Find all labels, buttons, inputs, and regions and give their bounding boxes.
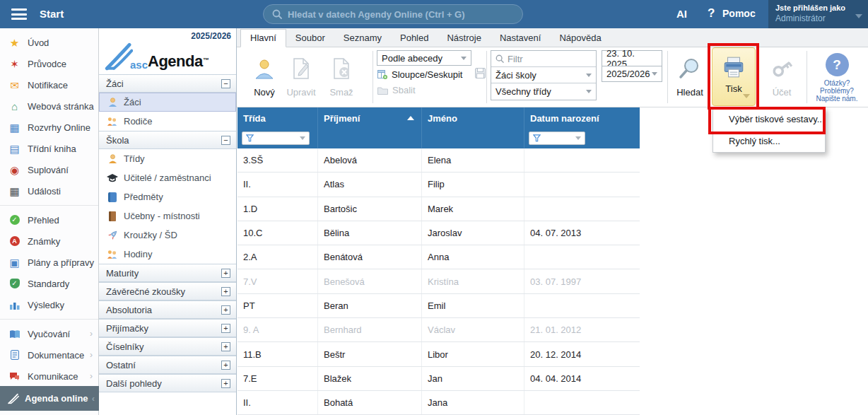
sidebar-item-webov-str-nka[interactable]: ⌂Webová stránka (0, 95, 98, 117)
delete-button-label: Smaž (326, 87, 357, 98)
sidebar-item-agenda-online[interactable]: Agenda online ‹ (0, 386, 99, 411)
tab-hlavn-[interactable]: Hlavní (240, 29, 286, 47)
ai-button[interactable]: AI (676, 8, 687, 20)
sidebar-item-komunikace[interactable]: Komunikace› (0, 366, 98, 387)
filter-input[interactable]: Filtr (491, 51, 596, 67)
sidebar-item-zn-mky[interactable]: AZnámky (0, 230, 98, 252)
print-button[interactable]: Tisk (712, 47, 756, 106)
class-select[interactable]: Všechny třídy (491, 83, 596, 100)
sidebar-item-vyu-ov-n-[interactable]: Vyučování› (0, 323, 98, 344)
sidebar-item-t-dn-kniha[interactable]: ▤Třídní kniha (0, 138, 98, 159)
column-header-jm-no[interactable]: Jméno (422, 107, 524, 148)
sidebar-item-rozvrhy-online[interactable]: ▦Rozvrhy Online (0, 117, 98, 138)
tree-group--seln-ky[interactable]: Číselníky+ (99, 337, 236, 356)
tree-item-label: Třídy (124, 153, 145, 164)
collapse-button[interactable]: Sbalit (377, 85, 416, 95)
scope-select[interactable]: Žáci školy (491, 67, 596, 83)
save-layout-icon[interactable] (475, 68, 486, 78)
tree-item-u-itel-zam-stnanci[interactable]: Učitelé / zaměstnanci (99, 168, 236, 187)
expand-box-icon[interactable]: + (221, 269, 230, 278)
print-menu-item[interactable]: Výběr tiskové sestavy... (713, 108, 825, 130)
expand-box-icon[interactable]: + (221, 324, 230, 333)
tree-item-krou-ky-d[interactable]: Kroužky / ŠD (99, 226, 236, 245)
year-select[interactable]: 2025/2026 (602, 66, 662, 82)
tree-item-u-ebny-m-stnosti[interactable]: Učebny - místnosti (99, 206, 236, 226)
column-header-label: Datum narození (530, 113, 599, 124)
hamburger-menu-icon[interactable] (11, 8, 27, 20)
table-row[interactable]: 2.ABenátováAnna (237, 245, 640, 269)
tree-item-t-dy[interactable]: Třídy (99, 149, 236, 168)
print-menu-item[interactable]: Rychlý tisk... (713, 130, 825, 152)
table-row[interactable]: 7.EBlažekJan04. 04. 2014 (237, 367, 640, 391)
tree-group-dal-pohledy[interactable]: Další pohledy+ (99, 374, 236, 392)
tree-group-absolutoria[interactable]: Absolutoria+ (99, 300, 236, 319)
question-circle-icon: ? (826, 53, 849, 76)
cell-trida: 7.E (237, 367, 318, 390)
table-row[interactable]: 11.BBeštrLibor20. 12. 2014 (237, 342, 640, 366)
expand-box-icon[interactable]: + (221, 305, 230, 315)
tab-n-pov-da[interactable]: Nápověda (550, 30, 610, 47)
tree-group--kola[interactable]: Škola− (99, 131, 236, 149)
sidebar-item-label: Webová stránka (28, 101, 94, 112)
user-menu[interactable]: Jste přihlášen jako Administrátor (768, 0, 868, 28)
column-header-p-jmen-[interactable]: Příjmení (318, 107, 422, 148)
date-input[interactable]: 23. 10. 2025 (602, 50, 662, 66)
delete-button[interactable]: Smaž (326, 49, 357, 105)
tree-group-p-ij-ma-ky[interactable]: Přijímačky+ (99, 319, 236, 337)
tree-group-maturity[interactable]: Maturity+ (99, 264, 236, 282)
table-row[interactable]: 1.DBartošicMarek (237, 197, 640, 221)
tab-nastaven-[interactable]: Nastavení (491, 30, 551, 47)
tree-group-label: Číselníky (106, 341, 221, 352)
edit-button[interactable]: Upravit (283, 49, 319, 105)
tab-seznamy[interactable]: Seznamy (334, 30, 391, 47)
sidebar-item-standardy[interactable]: ✓Standardy (0, 273, 98, 294)
table-row[interactable]: 9. ABernhardVáclav21. 01. 2012 (237, 318, 640, 342)
table-row[interactable]: PTBeranEmil (237, 294, 640, 318)
sidebar-item-pl-ny-a-p-pravy[interactable]: ▣Plány a přípravy (0, 252, 98, 273)
tab-n-stroje[interactable]: Nástroje (438, 30, 490, 47)
table-row[interactable]: II.BohatáJana (237, 391, 640, 415)
table-row[interactable]: 3.SŠAbelováElena (237, 148, 640, 173)
collapse-box-icon[interactable]: − (221, 79, 230, 88)
help-button[interactable]: Pomoc (722, 8, 756, 19)
sort-select[interactable]: Podle abecedy (377, 50, 471, 66)
tree-group-ostatn-[interactable]: Ostatní+ (99, 356, 236, 374)
tree-item--ci[interactable]: Žáci (99, 93, 236, 112)
collapse-box-icon[interactable]: − (221, 136, 230, 145)
search-button[interactable]: Hledat (671, 49, 708, 105)
columns-group-button[interactable]: Sloupce/Seskupit (377, 69, 462, 80)
expand-box-icon[interactable]: + (221, 287, 230, 296)
tree-item-p-edm-ty[interactable]: Předměty (99, 187, 236, 206)
sidebar-item-p-ehled[interactable]: ✓Přehled (0, 209, 98, 230)
tab-soubor[interactable]: Soubor (286, 30, 334, 47)
sidebar-item-dokumentace[interactable]: Dokumentace› (0, 344, 98, 366)
column-header-datum-narozen-[interactable]: Datum narození (524, 107, 640, 148)
column-filter-dropdown[interactable] (529, 131, 585, 145)
sidebar-item-notifikace[interactable]: ✉Notifikace (0, 74, 98, 95)
tree-group--ci[interactable]: Žáci− (99, 74, 236, 93)
new-button[interactable]: Nový (249, 49, 280, 105)
account-button[interactable]: Účet (763, 49, 800, 105)
expand-box-icon[interactable]: + (221, 379, 230, 388)
sidebar-item-ud-losti[interactable]: ▦Události (0, 180, 98, 201)
help-question-icon[interactable]: ? (708, 6, 715, 21)
expand-box-icon[interactable]: + (221, 361, 230, 370)
tree-group-z-v-re-n-zkou-ky[interactable]: Závěrečné zkoušky+ (99, 282, 236, 300)
start-button[interactable]: Start (40, 8, 64, 20)
contact-help-button[interactable]: ? Otázky?Problémy?Napište nám. (811, 47, 862, 103)
tree-item-rodi-e[interactable]: Rodiče (99, 112, 236, 131)
column-filter-dropdown[interactable] (242, 131, 310, 145)
contact-help-line: Napište nám. (811, 95, 862, 103)
table-row[interactable]: 7.VBenešováKristína03. 07. 1997 (237, 269, 640, 293)
sidebar-item-pr-vodce[interactable]: ✶Průvodce (0, 53, 98, 74)
expand-box-icon[interactable]: + (221, 342, 230, 351)
sidebar-item-v-sledky[interactable]: Výsledky (0, 294, 98, 315)
table-row[interactable]: 10.CBělinaJaroslav04. 07. 2013 (237, 221, 640, 245)
tree-item-hodiny[interactable]: Hodiny (99, 245, 236, 264)
global-search-input[interactable]: Hledat v datech Agendy Online (Ctrl + G) (263, 4, 523, 24)
column-header-t-da[interactable]: Třída (237, 107, 318, 148)
sidebar-item--vod[interactable]: ★Úvod (0, 32, 98, 53)
table-row[interactable]: II.AtlasFilip (237, 173, 640, 197)
sidebar-item-suplov-n-[interactable]: ◉Suplování (0, 159, 98, 180)
tab-pohled[interactable]: Pohled (391, 30, 438, 47)
